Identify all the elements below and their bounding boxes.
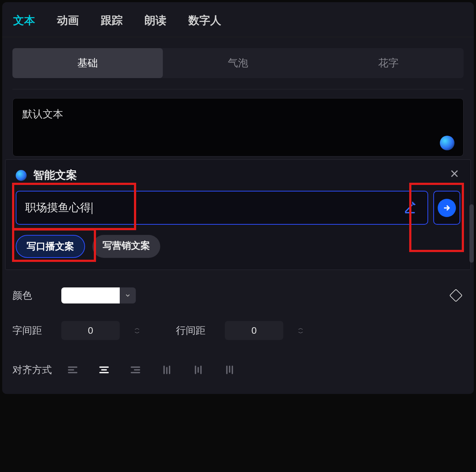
letter-spacing-label: 字间距 [12, 324, 53, 337]
smart-copy-input[interactable]: 职场摸鱼心得 [16, 191, 428, 225]
sub-tab-bar: 基础 气泡 花字 [12, 48, 464, 78]
tab-text[interactable]: 文本 [13, 13, 35, 28]
line-spacing-label: 行间距 [176, 324, 216, 337]
tab-digital-human[interactable]: 数字人 [188, 13, 221, 28]
letter-spacing-input[interactable]: 0 [61, 321, 120, 340]
top-tab-bar: 文本 动画 跟踪 朗读 数字人 [2, 2, 474, 37]
text-caret [92, 202, 92, 214]
align-vertical-right-icon[interactable] [218, 360, 241, 379]
color-row: 颜色 [2, 287, 474, 303]
color-label: 颜色 [12, 289, 53, 302]
tab-narration[interactable]: 朗读 [145, 13, 166, 28]
align-vertical-left-icon[interactable] [156, 360, 178, 379]
scrollbar-thumb[interactable] [469, 204, 474, 263]
align-row: 对齐方式 [2, 360, 474, 379]
magic-wand-icon[interactable] [403, 201, 416, 215]
close-icon[interactable] [447, 166, 462, 181]
chevron-down-icon[interactable]: ﹀ [294, 331, 307, 335]
chevron-up-icon[interactable]: ︿ [294, 326, 307, 330]
chip-broadcast-copy[interactable]: 写口播文案 [16, 235, 85, 258]
ai-orb-small-icon [16, 170, 27, 181]
color-swatch[interactable] [61, 287, 120, 303]
letter-spacing-stepper[interactable]: ︿ ﹀ [131, 321, 144, 340]
tab-animation[interactable]: 动画 [57, 13, 79, 28]
sub-tab-fancy[interactable]: 花字 [313, 48, 464, 78]
suggestion-chips: 写口播文案 写营销文案 [16, 235, 460, 258]
ai-orb-icon[interactable] [440, 136, 454, 150]
align-left-icon[interactable] [61, 360, 84, 379]
smart-copy-popup: 智能文案 职场摸鱼心得 写口播文案 写营销文案 [5, 159, 471, 270]
tab-tracking[interactable]: 跟踪 [101, 13, 123, 28]
submit-button[interactable] [433, 191, 460, 225]
smart-copy-input-row: 职场摸鱼心得 [16, 191, 460, 225]
line-spacing-stepper[interactable]: ︿ ﹀ [294, 321, 307, 340]
align-label: 对齐方式 [12, 363, 53, 376]
text-panel: 文本 动画 跟踪 朗读 数字人 基础 气泡 花字 默认文本 智能文案 职场摸鱼心… [2, 2, 474, 394]
color-dropdown[interactable] [120, 287, 136, 303]
sub-tab-bubble[interactable]: 气泡 [163, 48, 313, 78]
smart-copy-input-value: 职场摸鱼心得 [25, 201, 91, 213]
text-content-area[interactable]: 默认文本 [12, 98, 464, 156]
sub-tab-basic[interactable]: 基础 [12, 48, 163, 78]
chevron-down-icon[interactable]: ﹀ [131, 331, 144, 335]
line-spacing-input[interactable]: 0 [225, 321, 283, 340]
keyframe-diamond-icon[interactable] [449, 289, 463, 302]
smart-copy-title: 智能文案 [33, 168, 77, 183]
divider [12, 89, 464, 89]
text-content: 默认文本 [22, 108, 63, 120]
align-center-icon[interactable] [93, 360, 115, 379]
align-right-icon[interactable] [124, 360, 147, 379]
align-vertical-center-icon[interactable] [187, 360, 210, 379]
spacing-row: 字间距 0 ︿ ﹀ 行间距 0 ︿ ﹀ [2, 321, 474, 340]
chip-marketing-copy[interactable]: 写营销文案 [92, 235, 160, 258]
arrow-right-icon [438, 199, 456, 217]
chevron-up-icon[interactable]: ︿ [131, 326, 144, 330]
